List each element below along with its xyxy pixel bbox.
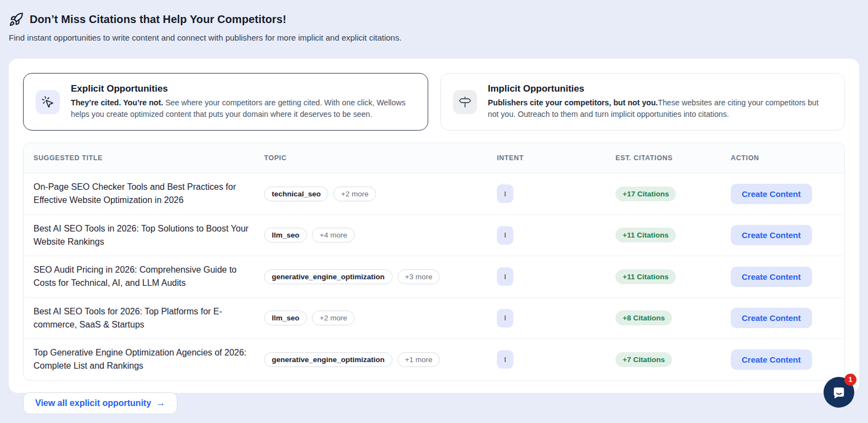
citations-badge: +11 Citations: [615, 228, 676, 242]
table-row: SEO Audit Pricing in 2026: Comprehensive…: [24, 256, 844, 298]
topic-cell: generative_engine_optimization +1 more: [264, 352, 497, 367]
topic-tag[interactable]: generative_engine_optimization: [264, 352, 393, 367]
topic-cell: llm_seo +4 more: [264, 228, 497, 242]
topic-tag[interactable]: generative_engine_optimization: [264, 269, 393, 284]
arrow-right-icon: →: [156, 398, 165, 408]
suggested-title-cell: Top Generative Engine Optimization Agenc…: [33, 346, 264, 373]
mouse-pointer-click-icon: [36, 90, 60, 114]
citations-cell: +11 Citations: [615, 228, 731, 242]
action-cell: Create Content: [731, 349, 835, 370]
topic-cell: generative_engine_optimization +3 more: [264, 269, 497, 284]
card-description: Publishers cite your competitors, but no…: [488, 97, 828, 120]
implicit-opportunities-card[interactable]: Implicit Opportunities Publishers cite y…: [440, 73, 845, 131]
view-all-explicit-opportunity-button[interactable]: View all explicit opportunity →: [23, 392, 177, 414]
citations-cell: +11 Citations: [615, 269, 731, 284]
intent-cell: I: [497, 184, 615, 203]
citations-cell: +17 Citations: [615, 187, 731, 201]
topic-more-tag[interactable]: +3 more: [397, 269, 440, 284]
view-all-label: View all explicit opportunity: [35, 398, 151, 408]
topic-more-tag[interactable]: +2 more: [333, 187, 376, 201]
opportunities-table: SUGGESTED TITLE TOPIC INTENT EST. CITATI…: [23, 143, 845, 381]
intent-cell: I: [497, 226, 615, 245]
column-header-est-citations: EST. CITATIONS: [615, 154, 731, 162]
create-content-button[interactable]: Create Content: [731, 267, 812, 287]
citations-badge: +7 Citations: [615, 352, 672, 367]
topic-cell: technical_seo +2 more: [264, 187, 497, 201]
action-cell: Create Content: [731, 184, 835, 204]
column-header-intent: INTENT: [497, 154, 615, 162]
suggested-title-cell: Best AI SEO Tools in 2026: Top Solutions…: [33, 222, 264, 249]
card-lead-text: Publishers cite your competitors, but no…: [488, 98, 658, 107]
card-title: Implicit Opportunities: [488, 83, 828, 94]
action-cell: Create Content: [731, 225, 835, 245]
rocket-icon: [9, 12, 24, 27]
suggested-title-cell: SEO Audit Pricing in 2026: Comprehensive…: [33, 263, 264, 290]
intent-badge: I: [497, 226, 513, 245]
opportunity-cards: Explicit Opportunities They’re cited. Yo…: [23, 73, 845, 131]
chat-bubble-icon: [831, 385, 847, 400]
intent-cell: I: [497, 309, 615, 328]
topic-more-tag[interactable]: +1 more: [397, 352, 440, 367]
topic-more-tag[interactable]: +4 more: [312, 228, 355, 242]
table-row: Best AI SEO Tools in 2026: Top Solutions…: [24, 215, 844, 257]
intent-badge: I: [497, 350, 513, 369]
table-row: Best AI SEO Tools for 2026: Top Platform…: [24, 298, 844, 340]
create-content-button[interactable]: Create Content: [731, 225, 812, 245]
suggested-title-cell: Best AI SEO Tools for 2026: Top Platform…: [33, 305, 264, 331]
citations-badge: +11 Citations: [615, 269, 676, 284]
action-cell: Create Content: [731, 308, 835, 328]
main-panel: Explicit Opportunities They’re cited. Yo…: [9, 59, 859, 393]
citations-badge: +17 Citations: [615, 187, 676, 201]
page-title: Don’t Miss Citations that Help Your Comp…: [30, 13, 286, 26]
topic-tag[interactable]: technical_seo: [264, 187, 328, 201]
table-row: On-Page SEO Checker Tools and Best Pract…: [24, 173, 844, 215]
card-title: Explicit Opportunities: [71, 83, 411, 94]
citations-cell: +7 Citations: [615, 352, 731, 367]
column-header-action: ACTION: [731, 154, 835, 162]
table-row: Top Generative Engine Optimization Agenc…: [24, 339, 844, 380]
create-content-button[interactable]: Create Content: [731, 308, 812, 328]
card-lead-text: They’re cited. You’re not.: [71, 98, 163, 107]
page-subtitle: Find instant opportunities to write cont…: [9, 33, 859, 42]
intent-badge: I: [497, 267, 513, 286]
citations-badge: +8 Citations: [615, 311, 672, 325]
suggested-title-cell: On-Page SEO Checker Tools and Best Pract…: [33, 181, 264, 207]
explicit-opportunities-card[interactable]: Explicit Opportunities They’re cited. Yo…: [23, 73, 428, 131]
table-header-row: SUGGESTED TITLE TOPIC INTENT EST. CITATI…: [24, 143, 844, 173]
topic-more-tag[interactable]: +2 more: [312, 311, 355, 325]
chat-unread-badge: 1: [844, 374, 856, 386]
column-header-topic: TOPIC: [264, 154, 497, 162]
card-description: They’re cited. You’re not. See where you…: [71, 97, 411, 120]
column-header-suggested-title: SUGGESTED TITLE: [33, 154, 264, 162]
intent-badge: I: [497, 184, 513, 203]
signpost-icon: [453, 90, 477, 114]
citations-cell: +8 Citations: [615, 311, 731, 325]
create-content-button[interactable]: Create Content: [731, 349, 812, 370]
intent-cell: I: [497, 267, 615, 286]
intent-cell: I: [497, 350, 615, 369]
create-content-button[interactable]: Create Content: [731, 184, 812, 204]
topic-tag[interactable]: llm_seo: [264, 311, 307, 325]
chat-widget: 1: [824, 377, 854, 408]
page-header: Don’t Miss Citations that Help Your Comp…: [0, 0, 868, 42]
topic-cell: llm_seo +2 more: [264, 311, 497, 325]
intent-badge: I: [497, 309, 513, 328]
table-body: On-Page SEO Checker Tools and Best Pract…: [24, 173, 844, 380]
action-cell: Create Content: [731, 267, 835, 287]
topic-tag[interactable]: llm_seo: [264, 228, 307, 242]
